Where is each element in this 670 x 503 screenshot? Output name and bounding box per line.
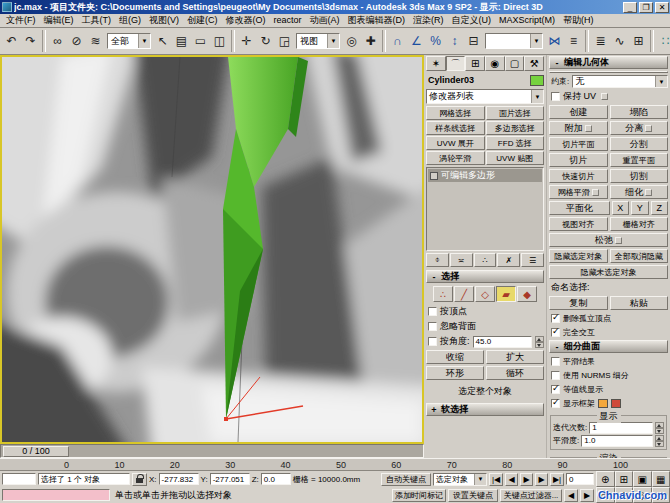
uvw-map-button[interactable]: UVW 贴图 xyxy=(486,151,545,165)
named-selection-sets-dropdown[interactable]: ▼ xyxy=(485,33,543,49)
edit-geometry-rollout-header[interactable]: - 编辑几何体 xyxy=(549,56,668,69)
constraints-dropdown[interactable]: 无 ▼ xyxy=(572,75,668,88)
menu-edit[interactable]: 编辑(E) xyxy=(40,14,78,27)
selection-region-icon[interactable]: ▭ xyxy=(191,30,210,52)
restore-button[interactable]: ❐ xyxy=(639,2,653,13)
msmooth-button[interactable]: 网格平滑 xyxy=(549,185,608,199)
viewport-canvas[interactable] xyxy=(2,57,422,442)
stack-item-editable-poly[interactable]: 可编辑多边形 xyxy=(428,169,542,182)
use-nurms-checkbox[interactable] xyxy=(551,371,560,380)
menu-modifiers[interactable]: 修改器(O) xyxy=(222,14,270,27)
shrink-button[interactable]: 收缩 xyxy=(426,350,484,364)
paste-button[interactable]: 粘贴 xyxy=(610,296,669,310)
ignore-backfacing-checkbox[interactable] xyxy=(428,322,437,331)
menu-reactor[interactable]: reactor xyxy=(270,14,306,27)
polygon-mode-icon[interactable]: ▰ xyxy=(496,286,516,302)
selection-filter-dropdown[interactable]: 全部 ▼ xyxy=(107,33,151,49)
pin-stack-icon[interactable]: ⌽ xyxy=(426,253,449,267)
zoom-all-icon[interactable]: ⊞ xyxy=(615,471,634,487)
edit-named-selection-sets-icon[interactable]: ⊟ xyxy=(464,30,483,52)
hide-selected-button[interactable]: 隐藏选定对象 xyxy=(549,249,608,263)
tab-display[interactable]: ▢ xyxy=(505,56,525,71)
preserve-uv-checkbox[interactable] xyxy=(551,92,560,101)
relax-settings-icon[interactable] xyxy=(615,237,622,244)
unwrap-uvw-button[interactable]: UVW 展开 xyxy=(426,136,485,150)
detach-button[interactable]: 分离 xyxy=(610,121,669,135)
time-slider-handle[interactable]: 0 / 100 xyxy=(3,446,69,457)
material-editor-icon[interactable]: ∷ xyxy=(656,30,670,52)
unhide-all-button[interactable]: 全部取消隐藏 xyxy=(610,249,669,263)
menu-file[interactable]: 文件(F) xyxy=(2,14,40,27)
select-object-icon[interactable]: ↖ xyxy=(153,30,172,52)
x-coordinate-field[interactable]: -277.832 xyxy=(159,473,199,485)
by-angle-checkbox[interactable] xyxy=(428,337,437,346)
tab-motion[interactable]: ◉ xyxy=(485,56,505,71)
vertex-mode-icon[interactable]: ∴ xyxy=(433,286,453,302)
show-end-result-icon[interactable]: ≍ xyxy=(450,253,473,267)
angle-value-field[interactable]: 45.0 xyxy=(473,336,532,348)
tab-modify[interactable]: ⌒ xyxy=(446,56,466,71)
selection-rollout-header[interactable]: - 选择 xyxy=(426,270,544,283)
attach-settings-icon[interactable] xyxy=(585,125,592,132)
spline-select-button[interactable]: 样条线选择 xyxy=(426,121,485,135)
ffd-select-button[interactable]: FFD 选择 xyxy=(486,136,545,150)
slice-button[interactable]: 切片 xyxy=(549,153,608,167)
percent-snap-icon[interactable]: % xyxy=(426,30,445,52)
tab-hierarchy[interactable]: ⊞ xyxy=(465,56,485,71)
perspective-viewport[interactable] xyxy=(0,55,424,444)
menu-views[interactable]: 视图(V) xyxy=(145,14,183,27)
display-smoothness-field[interactable]: 1.0 xyxy=(581,435,653,447)
soft-selection-rollout-header[interactable]: + 软选择 xyxy=(426,403,544,416)
planar-z-button[interactable]: Z xyxy=(651,201,669,215)
select-and-link-icon[interactable]: ∞ xyxy=(48,30,67,52)
msmooth-settings-icon[interactable] xyxy=(592,189,599,196)
menu-maxscript[interactable]: MAXScript(M) xyxy=(495,14,559,27)
repeat-last-button[interactable]: 重复上一个 xyxy=(549,71,668,73)
slice-plane-button[interactable]: 切片平面 xyxy=(549,137,608,151)
menu-help[interactable]: 帮助(H) xyxy=(559,14,598,27)
auto-key-button[interactable]: 自动关键点 xyxy=(381,473,431,486)
collapse-button[interactable]: 塌陷 xyxy=(610,105,669,119)
select-and-manipulate-icon[interactable]: ✚ xyxy=(361,30,380,52)
display-iterations-spinner[interactable] xyxy=(655,422,664,434)
current-frame-field[interactable]: 0 xyxy=(566,473,594,485)
reference-coordinate-dropdown[interactable]: 视图 ▼ xyxy=(296,33,340,49)
grow-button[interactable]: 扩大 xyxy=(486,350,544,364)
delete-isolated-vertices-checkbox[interactable] xyxy=(551,314,560,323)
spinner-snap-icon[interactable]: ↕ xyxy=(445,30,464,52)
key-filters-button[interactable]: 关键点过滤器... xyxy=(500,489,562,502)
select-and-rotate-icon[interactable]: ↻ xyxy=(256,30,275,52)
previous-frame-button[interactable]: ◀ xyxy=(505,473,518,486)
schematic-view-icon[interactable]: ⊞ xyxy=(629,30,648,52)
align-icon[interactable]: ≡ xyxy=(564,30,583,52)
next-key-button[interactable]: ▶ xyxy=(580,489,594,502)
key-mode-dropdown[interactable]: 选定对象 ▼ xyxy=(433,473,487,486)
attach-button[interactable]: 附加 xyxy=(549,121,608,135)
angle-spinner[interactable] xyxy=(535,336,544,348)
patch-select-button[interactable]: 面片选择 xyxy=(486,106,545,120)
full-interactivity-checkbox[interactable] xyxy=(551,328,560,337)
cut-button[interactable]: 切割 xyxy=(610,169,669,183)
quickslice-button[interactable]: 快速切片 xyxy=(549,169,608,183)
remove-modifier-icon[interactable]: ✗ xyxy=(497,253,520,267)
z-coordinate-field[interactable]: 0.0 xyxy=(261,473,291,485)
menu-animation[interactable]: 动画(A) xyxy=(306,14,344,27)
menu-customize[interactable]: 自定义(U) xyxy=(448,14,496,27)
configure-modifier-sets-icon[interactable]: ☰ xyxy=(521,253,544,267)
tab-utilities[interactable]: ⚒ xyxy=(524,56,544,71)
menu-graph-editors[interactable]: 图表编辑器(D) xyxy=(344,14,410,27)
window-crossing-icon[interactable]: ◫ xyxy=(210,30,229,52)
tessellate-settings-icon[interactable] xyxy=(645,189,652,196)
menu-create[interactable]: 创建(C) xyxy=(183,14,222,27)
mesh-select-button[interactable]: 网格选择 xyxy=(426,106,485,120)
edge-mode-icon[interactable]: ╱ xyxy=(454,286,474,302)
modifier-stack[interactable]: 可编辑多边形 xyxy=(426,167,544,251)
add-time-tag-button[interactable]: 添加时间标记 xyxy=(392,489,446,502)
minimize-button[interactable]: _ xyxy=(623,2,637,13)
loop-button[interactable]: 循环 xyxy=(486,366,544,380)
menu-rendering[interactable]: 渲染(R) xyxy=(409,14,448,27)
zoom-extents-all-icon[interactable]: ▦ xyxy=(652,471,670,487)
turbosmooth-button[interactable]: 涡轮平滑 xyxy=(426,151,485,165)
reset-plane-button[interactable]: 重置平面 xyxy=(610,153,669,167)
unlink-selection-icon[interactable]: ⊘ xyxy=(67,30,86,52)
